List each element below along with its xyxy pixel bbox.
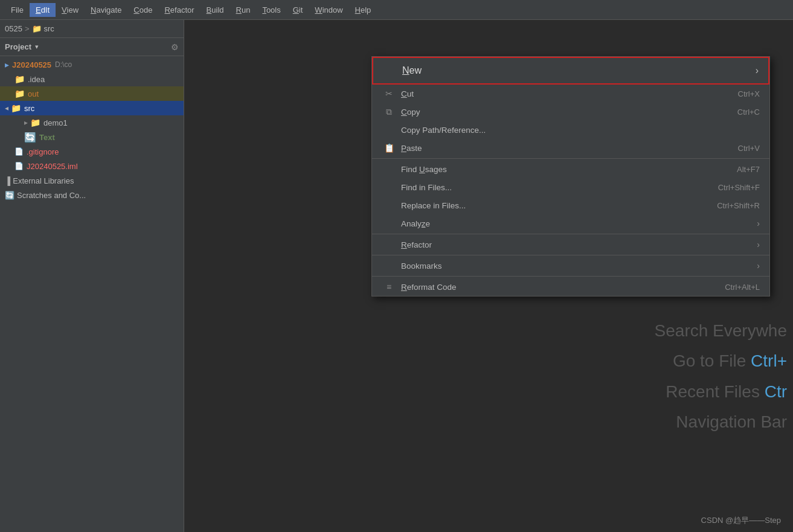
menu-item-replace-in-files[interactable]: Replace in Files... Ctrl+Shift+R — [372, 196, 769, 214]
sidebar-tree: ▸ J20240525 D:\co 📁 .idea 📁 out ◂ 📁 src — [0, 56, 184, 532]
tree-label-src: src — [24, 104, 34, 113]
hint-search-everywhere: Search Everywhe — [655, 316, 787, 346]
separator-3 — [372, 255, 769, 255]
tree-item-extlibs[interactable]: ▐ External Libraries — [0, 173, 184, 188]
tree-label-iml: J20240525.iml — [27, 162, 78, 171]
folder-icon-src: 📁 — [11, 103, 21, 113]
separator-2 — [372, 234, 769, 234]
menubar-edit[interactable]: EdIt — [30, 3, 56, 17]
file-icon-gitignore: 📄 — [14, 147, 24, 156]
copy-icon: ⧉ — [382, 107, 396, 117]
menu-item-new[interactable]: New › — [372, 57, 769, 85]
find-usages-label: Find Usages — [401, 165, 447, 174]
bar-icon-scratches: 🔄 — [5, 191, 14, 200]
tree-label-demo1: demo1 — [43, 118, 68, 127]
find-in-files-shortcut: Ctrl+Shift+F — [718, 183, 760, 192]
folder-icon-demo1: 📁 — [30, 118, 40, 127]
project-icon: ▸ — [5, 60, 9, 69]
main-layout: 0525 > 📁 src Project ▾ ⚙ ▸ J20240525 D:\… — [0, 20, 793, 532]
menu-item-refactor[interactable]: Refactor › — [372, 236, 769, 254]
refactor-submenu-arrow: › — [757, 240, 760, 249]
new-submenu-arrow: › — [756, 65, 759, 76]
hint-go-to-file: Go to File Ctrl+ — [655, 346, 787, 376]
tree-label-idea: .idea — [28, 75, 45, 84]
folder-icon-out: 📁 — [14, 89, 25, 98]
menu-item-reformat[interactable]: ≡ Reformat Code Ctrl+Alt+L — [372, 278, 769, 296]
tree-label-root: J20240525 — [12, 60, 51, 69]
file-icon-iml: 📄 — [14, 162, 24, 170]
menubar-refactor[interactable]: Refactor — [158, 3, 200, 17]
right-area: New › ✂ Cut Ctrl+X ⧉ Copy Ctrl+C Copy Pa… — [184, 20, 793, 532]
menubar-file[interactable]: File — [5, 3, 30, 17]
copy-label: Copy — [401, 107, 420, 117]
tree-expand-demo1: ▸ — [24, 118, 28, 127]
menubar-build[interactable]: Build — [201, 3, 230, 17]
folder-icon-idea: 📁 — [14, 74, 25, 84]
breadcrumb-project: 0525 — [5, 24, 22, 33]
paste-icon: 📋 — [382, 143, 396, 153]
sidebar-gear-icon[interactable]: ⚙ — [171, 42, 179, 52]
new-label: New — [402, 65, 422, 76]
analyze-label: Analyze — [401, 219, 430, 228]
sidebar-title: Project — [5, 42, 31, 51]
reformat-icon: ≡ — [382, 282, 396, 292]
cut-icon: ✂ — [382, 89, 396, 98]
tree-expand-arrow: ◂ — [5, 104, 8, 112]
menu-item-analyze[interactable]: Analyze › — [372, 214, 769, 232]
reformat-shortcut: Ctrl+Alt+L — [725, 283, 760, 292]
breadcrumb-separator: > — [25, 24, 30, 33]
menu-item-paste[interactable]: 📋 Paste Ctrl+V — [372, 139, 769, 157]
menubar-tools[interactable]: Tools — [256, 3, 286, 17]
tree-item-scratches[interactable]: 🔄 Scratches and Co... — [0, 188, 184, 202]
breadcrumb-folder: src — [44, 24, 54, 33]
reformat-label: Reformat Code — [401, 283, 457, 292]
tree-label-extlibs: External Libraries — [13, 176, 74, 185]
csdn-watermark: CSDN @趋早——Step — [701, 515, 781, 526]
tree-item-src[interactable]: ◂ 📁 src — [0, 101, 184, 115]
sidebar-dropdown-arrow[interactable]: ▾ — [35, 43, 39, 51]
menu-item-copy[interactable]: ⧉ Copy Ctrl+C — [372, 103, 769, 121]
copy-path-label: Copy Path/Reference... — [401, 126, 486, 135]
paste-shortcut: Ctrl+V — [738, 144, 760, 153]
refactor-label: Refactor — [401, 240, 432, 249]
find-usages-shortcut: Alt+F7 — [737, 165, 760, 174]
hint-recent-files: Recent Files Ctr — [655, 377, 787, 407]
tree-label-scratches: Scratches and Co... — [17, 191, 86, 200]
menubar-run[interactable]: Run — [230, 3, 257, 17]
tree-item-iml[interactable]: 📄 J20240525.iml — [0, 159, 184, 173]
menu-item-bookmarks[interactable]: Bookmarks › — [372, 257, 769, 275]
menu-item-find-usages[interactable]: Find Usages Alt+F7 — [372, 160, 769, 178]
hint-navigation-bar: Navigation Bar — [655, 407, 787, 437]
folder-icon: 📁 — [32, 24, 42, 33]
menubar-view[interactable]: View — [56, 3, 85, 17]
tree-item-out[interactable]: 📁 out — [0, 86, 184, 101]
tree-item-root[interactable]: ▸ J20240525 D:\co — [0, 57, 184, 72]
menu-item-find-in-files[interactable]: Find in Files... Ctrl+Shift+F — [372, 178, 769, 196]
separator-1 — [372, 158, 769, 159]
replace-in-files-label: Replace in Files... — [401, 201, 466, 210]
menu-item-cut[interactable]: ✂ Cut Ctrl+X — [372, 85, 769, 103]
menu-item-copy-path[interactable]: Copy Path/Reference... — [372, 121, 769, 139]
menubar-help[interactable]: Help — [349, 3, 377, 17]
menubar-code[interactable]: Code — [127, 3, 158, 17]
tree-label-out: out — [28, 89, 39, 98]
tree-item-gitignore[interactable]: 📄 .gitignore — [0, 144, 184, 159]
file-icon-text: 🔄 — [24, 132, 36, 143]
sidebar-header: Project ▾ ⚙ — [0, 38, 184, 56]
tree-item-demo1[interactable]: ▸ 📁 demo1 — [0, 115, 184, 130]
menubar-git[interactable]: Git — [287, 3, 309, 17]
copy-shortcut: Ctrl+C — [737, 107, 760, 117]
replace-in-files-shortcut: Ctrl+Shift+R — [717, 201, 760, 210]
context-menu: New › ✂ Cut Ctrl+X ⧉ Copy Ctrl+C Copy Pa… — [371, 56, 770, 296]
bar-icon-extlibs: ▐ — [5, 176, 10, 185]
paste-label: Paste — [401, 144, 422, 153]
cut-shortcut: Ctrl+X — [738, 89, 760, 98]
tree-item-text[interactable]: 🔄 Text — [0, 130, 184, 144]
tree-path-root: D:\co — [55, 60, 72, 69]
tree-item-idea[interactable]: 📁 .idea — [0, 72, 184, 86]
menubar-window[interactable]: Window — [309, 3, 348, 17]
hint-text-area: Search Everywhe Go to File Ctrl+ Recent … — [655, 316, 787, 438]
menubar-navigate[interactable]: Navigate — [85, 3, 127, 17]
bookmarks-submenu-arrow: › — [757, 261, 760, 271]
breadcrumb: 0525 > 📁 src — [0, 20, 184, 38]
